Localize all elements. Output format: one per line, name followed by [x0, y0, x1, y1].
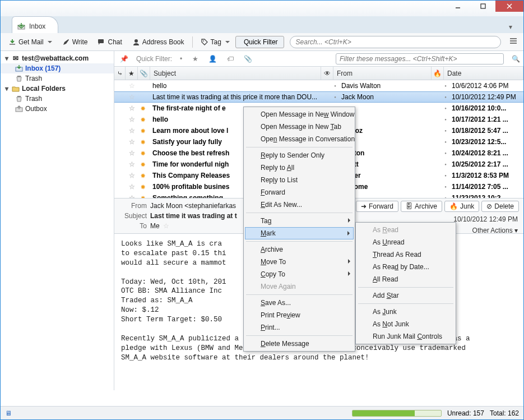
menu-item[interactable]: Print...: [245, 321, 354, 334]
row-date: 10/24/2012 8:21 ...: [452, 149, 523, 157]
menu-item[interactable]: As Junk: [357, 306, 455, 318]
row-date: 10/25/2012 2:17 ...: [452, 160, 523, 168]
menu-item[interactable]: As Unread: [357, 236, 455, 248]
star-icon[interactable]: ☆: [126, 183, 138, 191]
quick-filter-button[interactable]: Quick Filter: [235, 36, 284, 48]
star-icon[interactable]: ☆: [126, 160, 138, 168]
local-folders-node[interactable]: ▾Local Folders: [1, 84, 114, 94]
menu-item[interactable]: Reply to List: [245, 174, 354, 186]
qf-star-icon[interactable]: ★: [190, 54, 201, 64]
menu-item[interactable]: Edit As New...: [245, 199, 354, 211]
menu-item[interactable]: Print Preview: [245, 309, 354, 321]
row-subject: Last time it was trading at this price i…: [150, 93, 329, 101]
menu-item[interactable]: Tag: [245, 215, 354, 227]
row-date: 11/14/2012 7:05 ...: [452, 183, 523, 191]
col-from[interactable]: From: [333, 67, 432, 80]
menu-item[interactable]: Copy To: [245, 268, 354, 280]
minimize-button[interactable]: [445, 1, 470, 12]
menu-item[interactable]: Move To: [245, 256, 354, 268]
star-icon[interactable]: ☆: [126, 138, 138, 146]
tab-dropdown[interactable]: ▾: [503, 21, 518, 33]
menu-item[interactable]: Archive: [245, 243, 354, 256]
message-row[interactable]: ☆hello●Davis Walton●10/6/2012 4:06 PM: [114, 80, 523, 91]
qf-attach-icon[interactable]: 📎: [242, 54, 254, 64]
col-attach[interactable]: 📎: [138, 67, 150, 80]
star-icon[interactable]: ☆: [126, 116, 138, 123]
menu-item[interactable]: As Not Junk: [357, 318, 455, 330]
menu-item[interactable]: Run Junk Mail Controls: [357, 330, 455, 343]
menu-item[interactable]: Save As...: [245, 297, 354, 309]
col-date[interactable]: Date: [444, 67, 523, 80]
star-icon[interactable]: ☆: [126, 82, 138, 90]
menu-separator: [246, 335, 353, 336]
star-icon[interactable]: ☆: [126, 104, 138, 112]
junk-button[interactable]: 🔥Junk: [444, 201, 479, 212]
menu-item[interactable]: Open Message in New Tab: [245, 121, 354, 133]
context-menu-mark: As ReadAs UnreadThread As ReadAs Read by…: [355, 222, 456, 344]
tag-button[interactable]: Tag: [196, 36, 234, 48]
star-icon[interactable]: ☆: [126, 127, 138, 135]
star-icon[interactable]: ☆: [163, 222, 169, 230]
menu-item[interactable]: Forward: [245, 186, 354, 199]
menu-separator: [246, 213, 353, 213]
junk-dot: ●: [439, 185, 452, 188]
preview-date: 10/10/2012 12:49 PM: [453, 215, 518, 223]
qf-unread-icon[interactable]: •: [178, 54, 184, 64]
row-from: Davis Walton: [341, 82, 439, 90]
archive-button[interactable]: 🗄Archive: [401, 201, 442, 212]
get-mail-button[interactable]: Get Mail: [4, 36, 57, 48]
star-icon[interactable]: ☆: [126, 149, 138, 157]
col-star[interactable]: ★: [126, 67, 138, 80]
qf-tag-icon[interactable]: 🏷: [225, 54, 236, 64]
sidebar-trash2[interactable]: Trash: [1, 94, 114, 104]
window-titlebar: [1, 1, 523, 16]
other-actions-button[interactable]: Other Actions ▾: [472, 227, 518, 234]
forward-button[interactable]: ➜Forward: [356, 201, 398, 212]
col-junk[interactable]: 🔥: [432, 67, 444, 80]
menu-item[interactable]: Add Star: [357, 289, 455, 302]
write-label: Write: [72, 38, 88, 46]
menu-item[interactable]: Reply to Sender Only: [245, 149, 354, 161]
row-subject: hello: [150, 82, 329, 90]
menu-item[interactable]: Open Message in New Window: [245, 108, 354, 121]
menu-item[interactable]: As Read by Date...: [357, 261, 455, 273]
address-book-button[interactable]: Address Book: [128, 36, 189, 48]
write-button[interactable]: Write: [58, 36, 92, 48]
menu-item[interactable]: Open Message in Conversation: [245, 133, 354, 145]
qf-contact-icon[interactable]: 👤: [206, 54, 219, 64]
chat-button[interactable]: Chat: [93, 36, 126, 48]
star-icon[interactable]: ☆: [126, 194, 138, 198]
sidebar-inbox[interactable]: Inbox (157): [1, 63, 114, 73]
star-icon[interactable]: ☆: [126, 93, 138, 101]
message-row[interactable]: ☆Last time it was trading at this price …: [114, 91, 523, 103]
sidebar-outbox[interactable]: Outbox: [1, 104, 114, 114]
delete-button[interactable]: ⊘Delete: [481, 201, 519, 212]
menu-item[interactable]: Delete Message: [245, 338, 354, 350]
menu-button[interactable]: [507, 35, 520, 49]
menu-item[interactable]: Thread As Read: [357, 248, 455, 261]
pin-icon[interactable]: 📌: [118, 54, 131, 64]
maximize-button[interactable]: [470, 1, 495, 12]
menu-item[interactable]: All Read: [357, 273, 455, 285]
menu-item[interactable]: Mark: [245, 227, 354, 239]
row-date: 10/17/2012 1:21 ...: [452, 116, 523, 123]
trash-icon: [15, 95, 23, 103]
col-read[interactable]: 👁: [321, 67, 333, 80]
search-input[interactable]: [290, 36, 501, 48]
global-search: [290, 36, 501, 48]
chat-label: Chat: [108, 38, 122, 46]
close-button[interactable]: [495, 1, 523, 12]
tab-inbox[interactable]: Inbox: [12, 16, 58, 33]
col-subject[interactable]: Subject: [150, 67, 321, 80]
sidebar-trash[interactable]: Trash: [1, 73, 114, 84]
status-unread: Unread: 157: [447, 409, 484, 417]
col-thread[interactable]: ⤷: [114, 67, 126, 80]
quick-filter-bar: 📌 Quick Filter: • ★ 👤 🏷 📎 🔍: [114, 51, 523, 67]
account-node[interactable]: ▾✉test@webattack.com: [1, 53, 114, 63]
online-icon[interactable]: 🖥: [5, 409, 12, 417]
qf-search-icon[interactable]: 🔍: [512, 55, 520, 63]
junk-dot: ●: [439, 95, 452, 99]
star-icon[interactable]: ☆: [126, 172, 138, 179]
qf-filter-input[interactable]: [336, 53, 504, 64]
menu-item[interactable]: Reply to All: [245, 161, 354, 174]
